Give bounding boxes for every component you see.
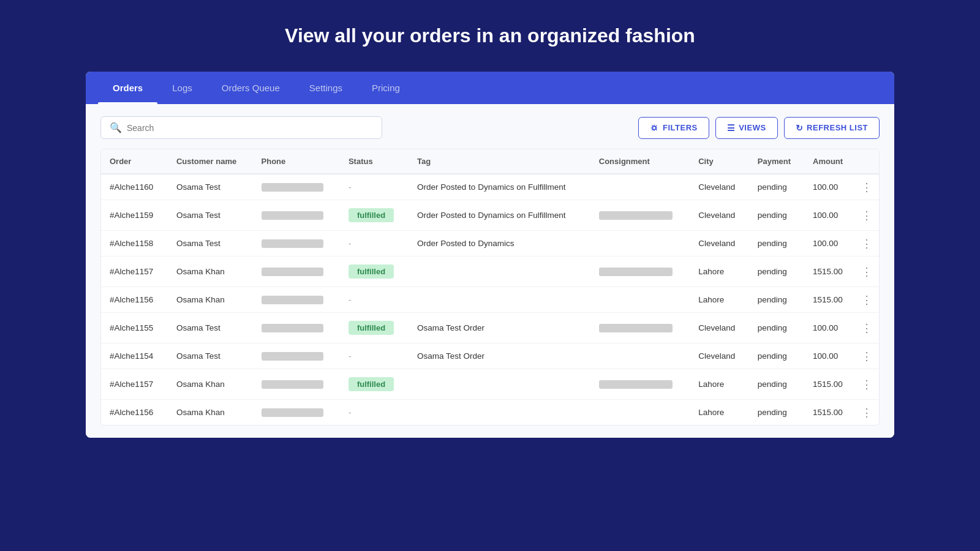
payment: pending xyxy=(749,287,804,313)
order-id: #Alche1157 xyxy=(101,369,168,400)
row-actions[interactable]: ⋮ xyxy=(856,174,879,200)
city: Cleveland xyxy=(690,343,749,369)
consignment xyxy=(590,174,690,200)
order-id: #Alche1157 xyxy=(101,257,168,287)
col-order: Order xyxy=(101,149,168,174)
row-actions[interactable]: ⋮ xyxy=(856,400,879,425)
status: fulfilled xyxy=(340,313,409,343)
amount: 1515.00 xyxy=(804,369,856,400)
tab-logs[interactable]: Logs xyxy=(157,72,207,104)
status: - xyxy=(340,400,409,425)
amount: 100.00 xyxy=(804,313,856,343)
tab-orders-queue[interactable]: Orders Queue xyxy=(207,72,295,104)
views-button[interactable]: ☰ VIEWS xyxy=(715,117,778,139)
col-tag: Tag xyxy=(409,149,590,174)
consignment xyxy=(590,343,690,369)
col-phone: Phone xyxy=(253,149,340,174)
customer-name: Osama Khan xyxy=(168,257,253,287)
amount: 100.00 xyxy=(804,343,856,369)
city: Lahore xyxy=(690,257,749,287)
status-badge: fulfilled xyxy=(349,377,394,391)
tag: Osama Test Order xyxy=(409,343,590,369)
refresh-button[interactable]: ↻ REFRESH LIST xyxy=(784,117,880,139)
phone: ●●●●●●●●●●● xyxy=(253,200,340,231)
customer-name: Osama Test xyxy=(168,231,253,257)
city: Lahore xyxy=(690,369,749,400)
customer-name: Osama Khan xyxy=(168,287,253,313)
consignment xyxy=(590,231,690,257)
search-input[interactable] xyxy=(127,123,373,133)
filter-icon: ⛭ xyxy=(650,123,659,133)
consignment xyxy=(590,400,690,425)
col-payment: Payment xyxy=(749,149,804,174)
phone: ●●●●●●●●●●● xyxy=(253,400,340,425)
status-badge: fulfilled xyxy=(349,264,394,279)
phone: ●●●●●●●●●●● xyxy=(253,343,340,369)
tag: Order Posted to Dynamics on Fulfillment xyxy=(409,200,590,231)
consignment: ●●●●●●●●● xyxy=(590,257,690,287)
amount: 1515.00 xyxy=(804,257,856,287)
amount: 1515.00 xyxy=(804,287,856,313)
payment: pending xyxy=(749,231,804,257)
tag: Order Posted to Dynamics xyxy=(409,231,590,257)
consignment: ●●●●●●●●● xyxy=(590,369,690,400)
table-row: #Alche1159Osama Test●●●●●●●●●●●fulfilled… xyxy=(101,200,879,231)
city: Cleveland xyxy=(690,231,749,257)
toolbar: 🔍 ⛭ FILTERS ☰ VIEWS ↻ REFRESH LIST xyxy=(100,116,880,139)
order-id: #Alche1154 xyxy=(101,343,168,369)
payment: pending xyxy=(749,343,804,369)
table-row: #Alche1160Osama Test●●●●●●●●●●●-Order Po… xyxy=(101,174,879,200)
consignment: ●●●●●●●●● xyxy=(590,313,690,343)
col-amount: Amount xyxy=(804,149,856,174)
status-badge: fulfilled xyxy=(349,208,394,222)
status: fulfilled xyxy=(340,257,409,287)
order-id: #Alche1159 xyxy=(101,200,168,231)
row-actions[interactable]: ⋮ xyxy=(856,369,879,400)
nav-bar: Orders Logs Orders Queue Settings Pricin… xyxy=(86,72,894,104)
filters-button[interactable]: ⛭ FILTERS xyxy=(638,117,709,139)
order-id: #Alche1155 xyxy=(101,313,168,343)
tab-pricing[interactable]: Pricing xyxy=(357,72,415,104)
customer-name: Osama Test xyxy=(168,200,253,231)
tag xyxy=(409,287,590,313)
table-row: #Alche1156Osama Khan●●●●●●●●●●●-Lahorepe… xyxy=(101,287,879,313)
col-customer: Customer name xyxy=(168,149,253,174)
col-status: Status xyxy=(340,149,409,174)
consignment xyxy=(590,287,690,313)
orders-table-container: Order Customer name Phone Status Tag Con… xyxy=(100,149,880,425)
row-actions[interactable]: ⋮ xyxy=(856,343,879,369)
search-icon: 🔍 xyxy=(110,122,122,133)
payment: pending xyxy=(749,313,804,343)
status-badge: fulfilled xyxy=(349,321,394,335)
order-id: #Alche1156 xyxy=(101,400,168,425)
toolbar-buttons: ⛭ FILTERS ☰ VIEWS ↻ REFRESH LIST xyxy=(638,117,880,139)
table-row: #Alche1158Osama Test●●●●●●●●●●●-Order Po… xyxy=(101,231,879,257)
customer-name: Osama Khan xyxy=(168,400,253,425)
city: Lahore xyxy=(690,287,749,313)
status: - xyxy=(340,231,409,257)
payment: pending xyxy=(749,400,804,425)
table-row: #Alche1155Osama Test●●●●●●●●●●●fulfilled… xyxy=(101,313,879,343)
status: fulfilled xyxy=(340,369,409,400)
row-actions[interactable]: ⋮ xyxy=(856,200,879,231)
city: Cleveland xyxy=(690,174,749,200)
table-row: #Alche1154Osama Test●●●●●●●●●●●-Osama Te… xyxy=(101,343,879,369)
phone: ●●●●●●●●●●● xyxy=(253,287,340,313)
col-actions xyxy=(856,149,879,174)
row-actions[interactable]: ⋮ xyxy=(856,287,879,313)
payment: pending xyxy=(749,257,804,287)
refresh-icon: ↻ xyxy=(796,123,804,133)
tab-orders[interactable]: Orders xyxy=(98,72,157,104)
row-actions[interactable]: ⋮ xyxy=(856,313,879,343)
amount: 100.00 xyxy=(804,174,856,200)
row-actions[interactable]: ⋮ xyxy=(856,257,879,287)
tag xyxy=(409,369,590,400)
page-title: View all your orders in an organized fas… xyxy=(285,24,695,47)
views-label: VIEWS xyxy=(739,123,766,132)
row-actions[interactable]: ⋮ xyxy=(856,231,879,257)
table-row: #Alche1157Osama Khan●●●●●●●●●●●fulfilled… xyxy=(101,257,879,287)
col-consignment: Consignment xyxy=(590,149,690,174)
amount: 1515.00 xyxy=(804,400,856,425)
tab-settings[interactable]: Settings xyxy=(295,72,357,104)
amount: 100.00 xyxy=(804,231,856,257)
